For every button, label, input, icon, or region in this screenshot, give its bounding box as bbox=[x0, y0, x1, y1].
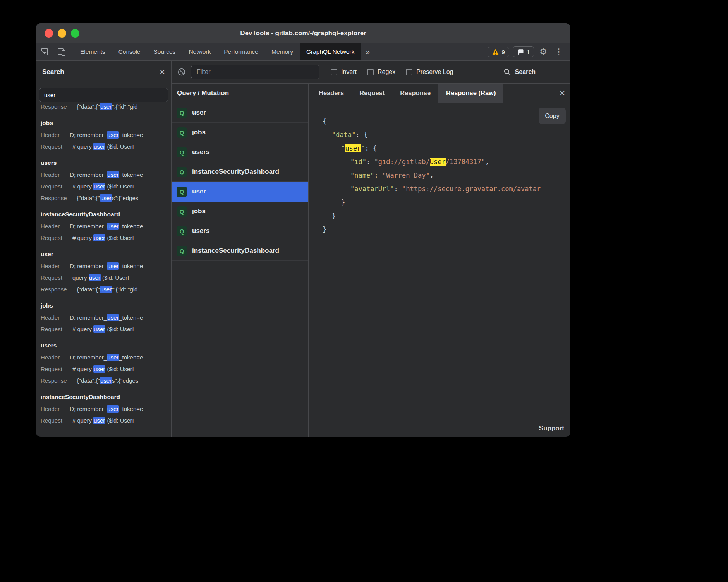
query-row[interactable]: Quser bbox=[172, 103, 308, 123]
result-line-text: {"data":{" bbox=[77, 103, 100, 110]
search-result-line[interactable]: HeaderD; remember_user_token=e bbox=[41, 221, 167, 232]
zoom-window-button[interactable] bbox=[71, 29, 79, 38]
close-details-icon[interactable]: × bbox=[560, 89, 565, 98]
close-window-button[interactable] bbox=[45, 29, 53, 38]
query-row-label: user bbox=[192, 188, 206, 195]
json-token: "avatarUrl" bbox=[350, 185, 394, 193]
match-highlight: user bbox=[107, 354, 119, 361]
search-control[interactable]: Search bbox=[503, 68, 536, 76]
issues-warning-badge[interactable]: 9 bbox=[488, 47, 509, 57]
result-line-label: Request bbox=[41, 183, 62, 190]
checkbox-invert[interactable]: Invert bbox=[331, 68, 357, 75]
match-highlight: user bbox=[107, 223, 119, 230]
tab-memory[interactable]: Memory bbox=[265, 43, 300, 60]
tab-headers[interactable]: Headers bbox=[311, 84, 352, 103]
block-requests-icon[interactable] bbox=[177, 68, 186, 76]
result-line-text: ":{"id":"gid bbox=[112, 286, 137, 293]
search-result-section: instanceSecurityDashboardHeaderD; rememb… bbox=[41, 210, 167, 244]
tab-elements[interactable]: Elements bbox=[74, 43, 112, 60]
checkbox-box-invert[interactable] bbox=[331, 69, 337, 75]
result-line-text: # query bbox=[72, 366, 93, 372]
json-token: " bbox=[361, 144, 365, 152]
copy-button[interactable]: Copy bbox=[539, 108, 566, 124]
search-result-line[interactable]: Request# query user ($id: UserI bbox=[41, 232, 167, 244]
checkbox-preserve-log[interactable]: Preserve Log bbox=[406, 68, 453, 75]
tab-performance[interactable]: Performance bbox=[217, 43, 265, 60]
match-highlight: user bbox=[100, 103, 112, 110]
checkbox-box-preserve-log[interactable] bbox=[406, 69, 412, 75]
query-row[interactable]: Qjobs bbox=[172, 123, 308, 142]
search-input[interactable] bbox=[39, 88, 168, 102]
result-line-text: D; remember_ bbox=[70, 354, 107, 361]
inspect-element-icon[interactable] bbox=[36, 43, 53, 60]
result-line-text: # query bbox=[72, 183, 93, 190]
tab-request[interactable]: Request bbox=[352, 84, 392, 103]
device-toolbar-icon[interactable] bbox=[53, 43, 70, 60]
search-result-line[interactable]: HeaderD; remember_user_token=e bbox=[41, 352, 167, 363]
search-result-line[interactable]: HeaderD; remember_user_token=e bbox=[41, 260, 167, 272]
search-result-line[interactable]: Request# query user ($id: UserI bbox=[41, 415, 167, 426]
search-result-line[interactable]: Request# query user ($id: UserI bbox=[41, 181, 167, 192]
json-token: : bbox=[365, 144, 373, 152]
search-result-line[interactable]: Response{"data":{"users":{"edges bbox=[41, 192, 167, 204]
filter-input[interactable] bbox=[191, 65, 319, 79]
search-match-highlight: User bbox=[430, 158, 446, 166]
tab-sources[interactable]: Sources bbox=[147, 43, 182, 60]
search-result-line[interactable]: Request# query user ($id: UserI bbox=[41, 141, 167, 152]
result-line-label: Response bbox=[41, 377, 67, 384]
result-line-text: # query bbox=[72, 143, 93, 150]
messages-badge[interactable]: 1 bbox=[513, 46, 534, 57]
tab-network[interactable]: Network bbox=[182, 43, 217, 60]
close-search-panel-icon[interactable]: × bbox=[160, 67, 165, 77]
search-result-line[interactable]: Request# query user ($id: UserI bbox=[41, 363, 167, 375]
query-list-header: Query / Mutation bbox=[172, 84, 308, 103]
response-tabs: HeadersRequestResponseResponse (Raw) bbox=[311, 84, 503, 103]
search-result-line[interactable]: Response{"data":{"user":{"id":"gid bbox=[41, 103, 167, 113]
tab-response-raw[interactable]: Response (Raw) bbox=[438, 84, 503, 103]
query-row[interactable]: QinstanceSecurityDashboard bbox=[172, 241, 308, 261]
toolbar-divider bbox=[72, 47, 72, 57]
search-result-title[interactable]: instanceSecurityDashboard bbox=[41, 393, 167, 401]
checkbox-label-regex: Regex bbox=[378, 68, 395, 75]
search-result-line[interactable]: HeaderD; remember_user_token=e bbox=[41, 129, 167, 141]
json-token: } bbox=[341, 199, 345, 206]
search-result-line[interactable]: HeaderD; remember_user_token=e bbox=[41, 403, 167, 415]
search-result-title[interactable]: user bbox=[41, 250, 167, 258]
search-result-title[interactable]: users bbox=[41, 159, 167, 167]
more-panels-button[interactable]: » bbox=[361, 43, 374, 60]
tab-response[interactable]: Response bbox=[392, 84, 438, 103]
match-highlight: user bbox=[100, 377, 112, 384]
query-row[interactable]: Qjobs bbox=[172, 202, 308, 221]
checkbox-regex[interactable]: Regex bbox=[367, 68, 395, 75]
search-result-line[interactable]: Response{"data":{"user":{"id":"gid bbox=[41, 284, 167, 295]
message-count: 1 bbox=[527, 49, 530, 55]
query-row[interactable]: Qusers bbox=[172, 142, 308, 162]
devtools-toolbar: ElementsConsoleSourcesNetworkPerformance… bbox=[36, 43, 570, 61]
search-result-line[interactable]: Response{"data":{"users":{"edges bbox=[41, 375, 167, 387]
result-line-text: # query bbox=[72, 235, 93, 241]
query-row[interactable]: Quser bbox=[172, 182, 308, 202]
result-line-text: ($id: UserI bbox=[105, 417, 134, 424]
search-result-line[interactable]: HeaderD; remember_user_token=e bbox=[41, 312, 167, 324]
search-result-line[interactable]: Request# query user ($id: UserI bbox=[41, 324, 167, 335]
tab-graphql-network[interactable]: GraphQL Network bbox=[300, 43, 361, 60]
query-type-badge: Q bbox=[177, 108, 187, 118]
checkbox-box-regex[interactable] bbox=[367, 69, 374, 75]
search-result-title[interactable]: users bbox=[41, 341, 167, 350]
settings-gear-icon[interactable]: ⚙ bbox=[537, 48, 549, 56]
search-result-title[interactable]: instanceSecurityDashboard bbox=[41, 210, 167, 219]
checkbox-label-invert: Invert bbox=[341, 68, 357, 75]
search-result-line[interactable]: Requestquery user ($id: UserI bbox=[41, 272, 167, 284]
query-row[interactable]: QinstanceSecurityDashboard bbox=[172, 162, 308, 182]
minimize-window-button[interactable] bbox=[58, 29, 66, 38]
search-result-title[interactable]: jobs bbox=[41, 301, 167, 310]
support-link[interactable]: Support bbox=[539, 425, 564, 432]
search-result-line[interactable]: HeaderD; remember_user_token=e bbox=[41, 169, 167, 181]
kebab-menu-icon[interactable]: ⋮ bbox=[553, 48, 565, 56]
search-result-title[interactable]: jobs bbox=[41, 119, 167, 127]
result-line-text: # query bbox=[72, 326, 93, 332]
result-line-text: _token=e bbox=[119, 171, 143, 178]
devtools-window: DevTools - gitlab.com/-/graphql-explorer… bbox=[36, 23, 570, 437]
tab-console[interactable]: Console bbox=[112, 43, 147, 60]
query-row[interactable]: Qusers bbox=[172, 221, 308, 241]
